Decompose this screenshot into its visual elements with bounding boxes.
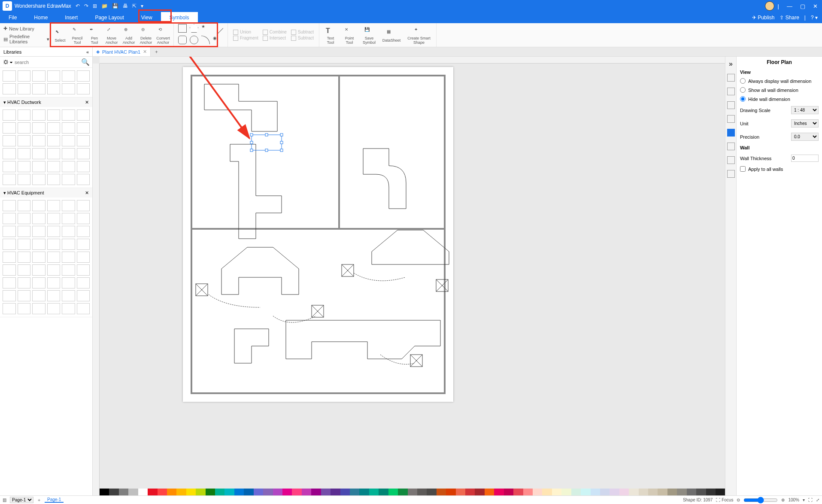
strip-expand-icon[interactable] bbox=[727, 143, 735, 150]
shape-star[interactable]: ★ bbox=[201, 24, 210, 33]
library-symbol[interactable] bbox=[47, 200, 61, 211]
redo-icon[interactable]: ↷ bbox=[84, 3, 88, 9]
menu-symbols[interactable]: Symbols bbox=[161, 12, 198, 23]
color-swatch[interactable] bbox=[561, 489, 571, 495]
library-symbol[interactable] bbox=[62, 277, 75, 288]
library-symbol[interactable] bbox=[62, 148, 75, 159]
library-symbol[interactable] bbox=[18, 277, 31, 288]
color-swatch[interactable] bbox=[311, 489, 321, 495]
bool-union[interactable]: Union bbox=[233, 30, 258, 35]
fullscreen-icon[interactable]: ⤢ bbox=[816, 498, 819, 502]
add-page-button[interactable]: ＋ bbox=[37, 497, 41, 503]
library-symbol[interactable] bbox=[77, 174, 90, 185]
shape-pentagon[interactable] bbox=[190, 24, 198, 33]
canvas-area[interactable] bbox=[93, 57, 725, 495]
strip-history-icon[interactable] bbox=[727, 170, 735, 178]
library-symbol[interactable] bbox=[77, 252, 90, 263]
color-swatch[interactable] bbox=[465, 489, 475, 495]
library-symbol[interactable] bbox=[18, 122, 31, 134]
library-symbol[interactable] bbox=[77, 135, 90, 146]
library-symbol[interactable] bbox=[18, 226, 31, 237]
section-hvac-ductwork[interactable]: ▾ HVAC Ductwork✕ bbox=[0, 97, 92, 107]
library-symbol[interactable] bbox=[77, 239, 90, 250]
library-symbol[interactable] bbox=[62, 83, 75, 94]
strip-page-icon[interactable] bbox=[727, 115, 735, 123]
menu-file[interactable]: File bbox=[0, 12, 25, 23]
close-icon[interactable]: ✕ bbox=[813, 3, 818, 9]
tool-pencil[interactable]: ✎Pencil Tool bbox=[69, 25, 86, 45]
library-symbol[interactable] bbox=[32, 200, 45, 211]
library-symbol[interactable] bbox=[3, 148, 16, 159]
color-swatch[interactable] bbox=[629, 489, 638, 495]
library-symbol[interactable] bbox=[47, 226, 61, 237]
strip-layers-icon[interactable] bbox=[727, 101, 735, 109]
library-symbol[interactable] bbox=[62, 213, 75, 224]
library-symbol[interactable] bbox=[47, 174, 61, 185]
pages-layout-icon[interactable]: ▥ bbox=[3, 498, 6, 502]
color-swatch[interactable] bbox=[292, 489, 301, 495]
library-symbol[interactable] bbox=[3, 135, 16, 146]
library-symbol[interactable] bbox=[18, 83, 31, 94]
library-symbol[interactable] bbox=[77, 277, 90, 288]
color-swatch[interactable] bbox=[350, 489, 359, 495]
shape-arc[interactable] bbox=[201, 36, 210, 44]
library-symbol[interactable] bbox=[62, 226, 75, 237]
library-symbol[interactable] bbox=[32, 264, 45, 276]
library-symbol[interactable] bbox=[47, 264, 61, 276]
tool-move-anchor[interactable]: ⤢Move Anchor bbox=[103, 25, 120, 45]
tool-select[interactable]: ⬉Select bbox=[52, 27, 69, 43]
color-swatch[interactable] bbox=[475, 489, 484, 495]
color-swatch[interactable] bbox=[408, 489, 417, 495]
color-swatch[interactable] bbox=[224, 489, 234, 495]
library-symbol[interactable] bbox=[18, 264, 31, 276]
library-symbol[interactable] bbox=[32, 303, 45, 314]
color-swatch[interactable] bbox=[427, 489, 436, 495]
library-symbol[interactable] bbox=[32, 290, 45, 301]
color-swatch[interactable] bbox=[485, 489, 494, 495]
library-symbol[interactable] bbox=[62, 252, 75, 263]
library-symbol[interactable] bbox=[47, 303, 61, 314]
color-swatch[interactable] bbox=[542, 489, 552, 495]
library-symbol[interactable] bbox=[47, 239, 61, 250]
menu-insert[interactable]: Insert bbox=[56, 12, 86, 23]
tool-add-anchor[interactable]: ⊕Add Anchor bbox=[120, 25, 137, 45]
tool-delete-anchor[interactable]: ⊖Delete Anchor bbox=[137, 25, 155, 45]
library-symbol[interactable] bbox=[77, 122, 90, 134]
search-input[interactable] bbox=[15, 60, 79, 65]
menu-view[interactable]: View bbox=[133, 12, 161, 23]
library-symbol[interactable] bbox=[62, 303, 75, 314]
library-symbol[interactable] bbox=[18, 200, 31, 211]
library-symbol[interactable] bbox=[18, 109, 31, 121]
color-swatch[interactable] bbox=[244, 489, 253, 495]
library-symbol[interactable] bbox=[18, 252, 31, 263]
library-symbol[interactable] bbox=[62, 239, 75, 250]
color-swatch[interactable] bbox=[186, 489, 196, 495]
shape-circle[interactable] bbox=[190, 36, 198, 44]
color-swatch[interactable] bbox=[494, 489, 504, 495]
menu-page-layout[interactable]: Page Layout bbox=[86, 12, 132, 23]
color-swatch[interactable] bbox=[658, 489, 667, 495]
zoom-in-button[interactable]: ⊕ bbox=[781, 498, 785, 502]
more-icon[interactable]: ▾ bbox=[141, 3, 143, 9]
apply-all-walls[interactable]: Apply to all walls bbox=[737, 164, 822, 173]
page-selector[interactable]: Page-1 bbox=[10, 497, 33, 503]
library-symbol[interactable] bbox=[3, 200, 16, 211]
color-swatch[interactable] bbox=[667, 489, 677, 495]
color-swatch[interactable] bbox=[706, 489, 716, 495]
library-symbol[interactable] bbox=[32, 277, 45, 288]
color-swatch[interactable] bbox=[158, 489, 167, 495]
library-symbol[interactable] bbox=[3, 122, 16, 134]
share-button[interactable]: ⇪ Share bbox=[780, 15, 799, 21]
library-symbol[interactable] bbox=[3, 83, 16, 94]
color-swatch[interactable] bbox=[677, 489, 686, 495]
library-symbol[interactable] bbox=[77, 70, 90, 82]
color-swatch[interactable] bbox=[456, 489, 465, 495]
color-swatch[interactable] bbox=[696, 489, 706, 495]
color-swatch[interactable] bbox=[398, 489, 407, 495]
library-symbol[interactable] bbox=[3, 277, 16, 288]
library-symbol[interactable] bbox=[3, 70, 16, 82]
library-symbol[interactable] bbox=[3, 226, 16, 237]
opt-show-all[interactable]: Show all wall dimension bbox=[737, 85, 822, 94]
new-icon[interactable]: ⊞ bbox=[93, 3, 97, 9]
library-symbol[interactable] bbox=[32, 239, 45, 250]
